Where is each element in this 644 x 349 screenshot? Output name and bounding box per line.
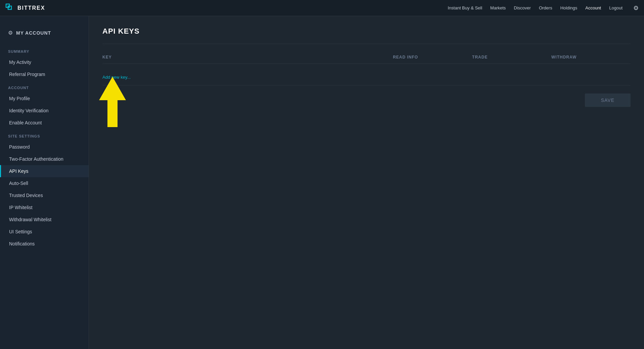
my-account-title: MY ACCOUNT — [16, 30, 51, 36]
sidebar-item-identity-verification[interactable]: Identity Verification — [0, 105, 89, 117]
col-header-key: KEY — [102, 52, 393, 64]
nav-instant-buy-sell[interactable]: Instant Buy & Sell — [448, 5, 482, 10]
my-account-header: ⚙ MY ACCOUNT — [0, 24, 89, 44]
logo[interactable]: BITTREX — [5, 3, 45, 13]
nav-links: Instant Buy & Sell Markets Discover Orde… — [448, 4, 639, 12]
nav-discover[interactable]: Discover — [514, 5, 531, 10]
settings-icon[interactable]: ⚙ — [633, 4, 639, 12]
page-title: API KEYS — [102, 27, 631, 36]
col-header-withdraw: WITHDRAW — [551, 52, 631, 64]
add-new-key-link[interactable]: Add new key... — [102, 69, 631, 85]
sidebar-item-withdrawal-whitelist[interactable]: Withdrawal Whitelist — [0, 214, 89, 226]
sidebar-item-ui-settings[interactable]: UI Settings — [0, 226, 89, 238]
sidebar-section-account: ACCOUNT — [0, 80, 89, 92]
sidebar-item-enable-account[interactable]: Enable Account — [0, 117, 89, 129]
sidebar-item-password[interactable]: Password — [0, 141, 89, 153]
save-button-container: Save — [102, 93, 631, 107]
sidebar-item-two-factor-auth[interactable]: Two-Factor Authentication — [0, 153, 89, 165]
divider — [102, 44, 631, 44]
bittrex-logo-icon — [5, 3, 15, 13]
sidebar-item-auto-sell[interactable]: Auto-Sell — [0, 177, 89, 189]
sidebar-item-notifications[interactable]: Notifications — [0, 238, 89, 250]
col-header-trade: TRADE — [472, 52, 551, 64]
top-navigation: BITTREX Instant Buy & Sell Markets Disco… — [0, 0, 644, 16]
sidebar-item-trusted-devices[interactable]: Trusted Devices — [0, 189, 89, 201]
save-button[interactable]: Save — [585, 93, 631, 107]
sidebar-item-my-activity[interactable]: My Activity — [0, 56, 89, 68]
logo-text: BITTREX — [17, 5, 45, 11]
nav-logout[interactable]: Logout — [609, 5, 623, 10]
nav-holdings[interactable]: Holdings — [560, 5, 578, 10]
sidebar-item-ip-whitelist[interactable]: IP Whitelist — [0, 201, 89, 214]
nav-orders[interactable]: Orders — [539, 5, 552, 10]
sidebar-item-referral-program[interactable]: Referral Program — [0, 68, 89, 80]
sidebar: ⚙ MY ACCOUNT SUMMARY My Activity Referra… — [0, 16, 89, 349]
sidebar-section-summary: SUMMARY — [0, 44, 89, 56]
sidebar-section-site-settings: SITE SETTINGS — [0, 129, 89, 141]
nav-account[interactable]: Account — [585, 5, 601, 10]
main-content: API KEYS KEY READ INFO TRADE WITHDRAW Ad… — [89, 16, 644, 349]
api-keys-table: KEY READ INFO TRADE WITHDRAW — [102, 52, 631, 64]
col-header-read-info: READ INFO — [393, 52, 472, 64]
gear-icon: ⚙ — [8, 30, 13, 36]
nav-markets[interactable]: Markets — [490, 5, 506, 10]
sidebar-item-my-profile[interactable]: My Profile — [0, 92, 89, 105]
sidebar-item-api-keys[interactable]: API Keys — [0, 165, 89, 177]
